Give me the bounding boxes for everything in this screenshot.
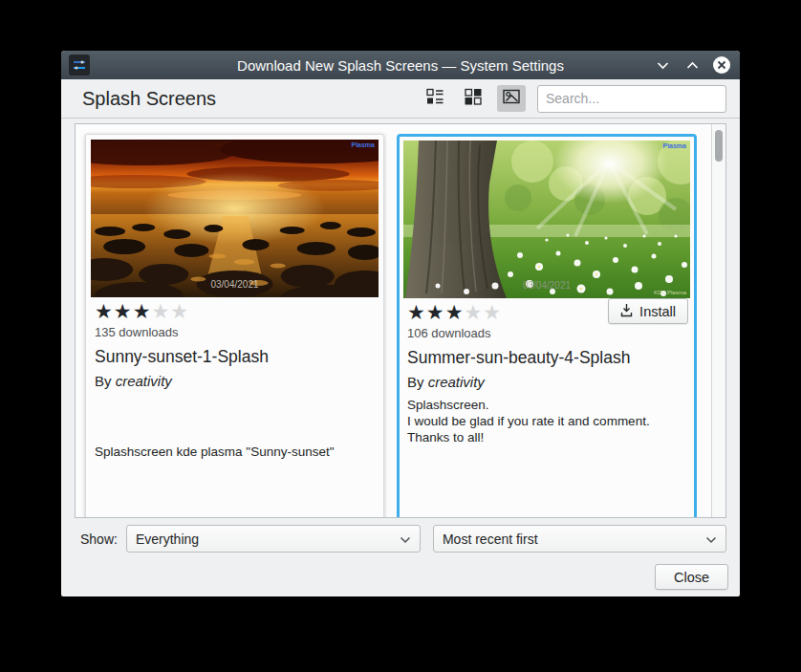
close-button[interactable]: Close — [655, 564, 728, 590]
install-button[interactable]: Install — [608, 298, 688, 324]
cards-area: Plasma 03/04/2021 ★★★★★ 135 downloads Su… — [76, 124, 711, 517]
entry-author-line: By creativity — [95, 373, 375, 389]
image-watermark: Plasma — [662, 142, 686, 149]
downloads-count: 135 downloads — [95, 325, 375, 339]
titlebar[interactable]: Download New Splash Screens — System Set… — [61, 51, 740, 79]
card-body: ★★★★★ 135 downloads Sunny-sunset-1-Splas… — [91, 297, 379, 460]
image-date: 03/04/2021 — [91, 279, 379, 290]
page-title: Splash Screens — [82, 88, 216, 110]
preview-view-button[interactable] — [497, 85, 526, 112]
chevron-down-icon — [400, 531, 411, 547]
author-name: creativity — [428, 374, 485, 390]
header: Splash Screens — [61, 79, 740, 119]
scrollbar-thumb[interactable] — [715, 130, 723, 162]
entry-author-line: By creativity — [407, 374, 686, 390]
maximize-icon[interactable] — [683, 56, 701, 74]
minimize-icon[interactable] — [654, 56, 671, 74]
filter-dropdown[interactable]: Everything — [126, 525, 421, 553]
window-title: Download New Splash Screens — System Set… — [237, 57, 564, 74]
icons-view-icon — [464, 87, 483, 110]
rating-filled: ★★★ — [407, 301, 464, 323]
sunset-preview-image: Plasma 03/04/2021 — [91, 140, 379, 297]
details-view-icon — [425, 87, 444, 110]
entry-title: Summer-sun-beauty-4-Splash — [407, 348, 686, 368]
sort-value: Most recent first — [443, 531, 538, 547]
chevron-down-icon — [705, 531, 717, 547]
card-body: ★★★★★ Install 106 downloads Summer-sun-b… — [403, 298, 690, 445]
close-window-icon[interactable] — [713, 56, 730, 74]
install-button-label: Install — [639, 304, 676, 319]
entries-list: Plasma 03/04/2021 ★★★★★ 135 downloads Su… — [75, 123, 726, 518]
system-settings-app-icon — [69, 54, 90, 76]
entry-description: Splashscreen kde plasma "Sunny-sunset" — [95, 444, 375, 460]
scrollbar-track[interactable] — [711, 124, 725, 517]
image-watermark-small: KDE Plasma — [654, 290, 686, 295]
filter-row: Show: Everything Most recent first — [75, 525, 726, 553]
entry-card-summer-sun-beauty[interactable]: Plasma 03/04/2021 KDE Plasma ★★★★★ Inst — [397, 134, 697, 517]
details-view-button[interactable] — [421, 85, 449, 112]
by-prefix: By — [407, 374, 428, 390]
icons-view-button[interactable] — [459, 85, 487, 112]
window-controls — [654, 51, 730, 79]
entry-card-sunny-sunset[interactable]: Plasma 03/04/2021 ★★★★★ 135 downloads Su… — [85, 134, 384, 517]
entry-title: Sunny-sunset-1-Splash — [95, 347, 375, 367]
image-watermark: Plasma — [351, 141, 375, 148]
rating-empty: ★★ — [464, 301, 502, 323]
entry-description: Splashscreen. I would be glad if you rat… — [407, 397, 686, 445]
author-name: creativity — [116, 373, 172, 389]
dialog-window: Download New Splash Screens — System Set… — [61, 51, 740, 596]
by-prefix: By — [95, 373, 116, 389]
preview-view-icon — [502, 87, 521, 110]
download-icon — [620, 303, 633, 320]
dialog-buttons: Close — [75, 564, 728, 590]
image-date: 03/04/2021 — [403, 280, 690, 291]
show-label: Show: — [71, 531, 118, 547]
filter-value: Everything — [136, 531, 199, 547]
sort-dropdown[interactable]: Most recent first — [433, 525, 726, 553]
downloads-count: 106 downloads — [407, 326, 686, 340]
search-input[interactable] — [537, 85, 726, 113]
close-button-label: Close — [674, 570, 709, 585]
rating-filled: ★★★ — [95, 300, 151, 322]
rating-empty: ★★ — [151, 300, 189, 322]
rating-stars: ★★★★★ — [95, 301, 375, 322]
meadow-preview-image: Plasma 03/04/2021 KDE Plasma — [403, 141, 690, 298]
